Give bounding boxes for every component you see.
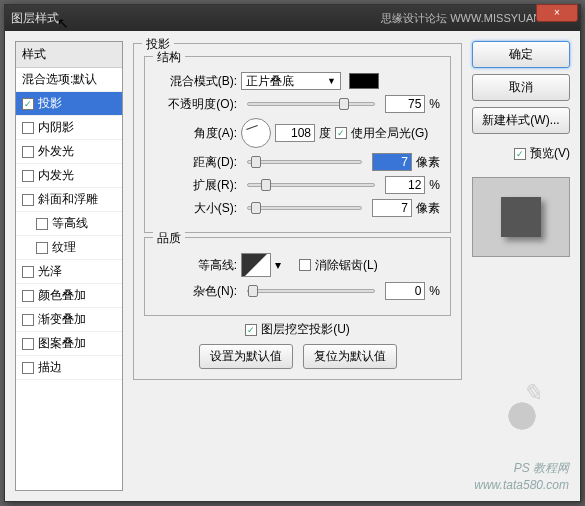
style-label: 颜色叠加 <box>38 287 86 304</box>
blend-mode-combo[interactable]: 正片叠底▼ <box>241 72 341 90</box>
global-light-checkbox[interactable]: ✓ <box>335 127 347 139</box>
antialias-checkbox[interactable] <box>299 259 311 271</box>
style-label: 混合选项:默认 <box>22 71 97 88</box>
spread-label: 扩展(R): <box>155 177 237 194</box>
knockout-checkbox[interactable]: ✓ <box>245 324 257 336</box>
angle-label: 角度(A): <box>155 125 237 142</box>
style-checkbox[interactable] <box>36 242 48 254</box>
global-light-label: 使用全局光(G) <box>351 125 428 142</box>
style-checkbox[interactable] <box>22 146 34 158</box>
style-checkbox[interactable] <box>22 266 34 278</box>
noise-value[interactable]: 0 <box>385 282 425 300</box>
color-swatch[interactable] <box>349 73 379 89</box>
style-item-9[interactable]: 颜色叠加 <box>16 284 122 308</box>
distance-slider[interactable] <box>247 160 362 164</box>
reset-default-button[interactable]: 复位为默认值 <box>303 344 397 369</box>
style-label: 光泽 <box>38 263 62 280</box>
style-checkbox[interactable]: ✓ <box>22 98 34 110</box>
cancel-button[interactable]: 取消 <box>472 74 570 101</box>
style-item-5[interactable]: 斜面和浮雕 <box>16 188 122 212</box>
watermark: ✎ PS 教程网 www.tata580.com <box>474 376 569 494</box>
blend-label: 混合模式(B): <box>155 73 237 90</box>
style-label: 内阴影 <box>38 119 74 136</box>
style-item-3[interactable]: 外发光 <box>16 140 122 164</box>
quality-title: 品质 <box>153 230 185 247</box>
antialias-label: 消除锯齿(L) <box>315 257 378 274</box>
distance-value[interactable]: 7 <box>372 153 412 171</box>
style-item-2[interactable]: 内阴影 <box>16 116 122 140</box>
style-item-6[interactable]: 等高线 <box>16 212 122 236</box>
style-checkbox[interactable] <box>22 290 34 302</box>
style-item-10[interactable]: 渐变叠加 <box>16 308 122 332</box>
style-item-7[interactable]: 纹理 <box>16 236 122 260</box>
noise-label: 杂色(N): <box>155 283 237 300</box>
spread-slider[interactable] <box>247 183 375 187</box>
preview-swatch <box>501 197 541 237</box>
style-item-11[interactable]: 图案叠加 <box>16 332 122 356</box>
style-label: 渐变叠加 <box>38 311 86 328</box>
structure-title: 结构 <box>153 49 185 66</box>
distance-label: 距离(D): <box>155 154 237 171</box>
style-label: 描边 <box>38 359 62 376</box>
style-label: 斜面和浮雕 <box>38 191 98 208</box>
opacity-label: 不透明度(O): <box>155 96 237 113</box>
preview-label: 预览(V) <box>530 145 570 162</box>
angle-value[interactable]: 108 <box>275 124 315 142</box>
style-item-1[interactable]: ✓投影 <box>16 92 122 116</box>
window-title: 图层样式 <box>11 10 381 27</box>
style-item-8[interactable]: 光泽 <box>16 260 122 284</box>
knockout-label: 图层挖空投影(U) <box>261 321 350 338</box>
preview-checkbox[interactable]: ✓ <box>514 148 526 160</box>
style-label: 投影 <box>38 95 62 112</box>
spread-value[interactable]: 12 <box>385 176 425 194</box>
size-label: 大小(S): <box>155 200 237 217</box>
opacity-slider[interactable] <box>247 102 375 106</box>
size-value[interactable]: 7 <box>372 199 412 217</box>
style-label: 外发光 <box>38 143 74 160</box>
styles-header: 样式 <box>16 42 122 68</box>
titlebar[interactable]: 图层样式 思缘设计论坛 WWW.MISSYUAN.COM × <box>5 5 580 31</box>
style-item-12[interactable]: 描边 <box>16 356 122 380</box>
settings-panel: 投影 结构 混合模式(B): 正片叠底▼ 不透明度(O): 75 % 角度(A)… <box>131 41 464 491</box>
style-item-0[interactable]: 混合选项:默认 <box>16 68 122 92</box>
close-button[interactable]: × <box>536 4 578 22</box>
style-label: 等高线 <box>52 215 88 232</box>
contour-label: 等高线: <box>155 257 237 274</box>
preview-area <box>472 177 570 257</box>
style-checkbox[interactable] <box>22 194 34 206</box>
style-label: 图案叠加 <box>38 335 86 352</box>
style-checkbox[interactable] <box>22 170 34 182</box>
angle-dial[interactable] <box>241 118 271 148</box>
style-checkbox[interactable] <box>22 362 34 374</box>
style-checkbox[interactable] <box>22 122 34 134</box>
contour-picker[interactable] <box>241 253 271 277</box>
style-checkbox[interactable] <box>22 314 34 326</box>
size-slider[interactable] <box>247 206 362 210</box>
style-item-4[interactable]: 内发光 <box>16 164 122 188</box>
style-label: 内发光 <box>38 167 74 184</box>
styles-list: 样式 混合选项:默认✓投影内阴影外发光内发光斜面和浮雕等高线纹理光泽颜色叠加渐变… <box>15 41 123 491</box>
noise-slider[interactable] <box>247 289 375 293</box>
new-style-button[interactable]: 新建样式(W)... <box>472 107 570 134</box>
ok-button[interactable]: 确定 <box>472 41 570 68</box>
chevron-down-icon[interactable]: ▾ <box>275 258 281 272</box>
style-checkbox[interactable] <box>36 218 48 230</box>
set-default-button[interactable]: 设置为默认值 <box>199 344 293 369</box>
style-checkbox[interactable] <box>22 338 34 350</box>
chevron-down-icon: ▼ <box>327 76 336 86</box>
opacity-value[interactable]: 75 <box>385 95 425 113</box>
style-label: 纹理 <box>52 239 76 256</box>
